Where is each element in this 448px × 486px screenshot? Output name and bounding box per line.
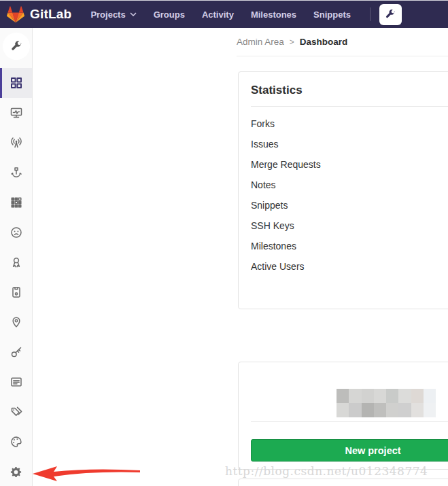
breadcrumb: Admin Area > Dashboard — [237, 28, 448, 56]
overview-icon — [10, 76, 23, 90]
statistics-title: Statistics — [251, 72, 448, 107]
sidebar-item-monitoring[interactable] — [0, 98, 32, 128]
statistics-panel: Statistics Forks Issues Merge Requests N… — [238, 71, 448, 309]
admin-area-button[interactable] — [379, 4, 402, 25]
abuse-reports-face-icon — [10, 226, 23, 239]
nav-item-projects[interactable]: Projects — [90, 10, 136, 20]
stat-row-milestones: Milestones — [251, 236, 448, 256]
sidebar-item-license[interactable] — [0, 277, 32, 307]
applications-icon — [10, 196, 23, 209]
projects-panel: New project — [238, 362, 448, 470]
stat-row-notes: Notes — [251, 175, 448, 195]
sidebar-item-spam-logs[interactable] — [0, 247, 32, 277]
breadcrumb-separator: > — [290, 37, 294, 47]
sidebar-item-appearance[interactable] — [0, 427, 32, 457]
bottom-panel-clipped — [238, 479, 448, 486]
nav-item-groups[interactable]: Groups — [154, 10, 185, 20]
labels-tags-icon — [10, 405, 23, 419]
stat-row-active-users: Active Users — [251, 256, 448, 277]
breadcrumb-dashboard: Dashboard — [300, 37, 348, 47]
watermark-text: http://blog.csdn.net/u012348774 — [225, 464, 428, 478]
wrench-icon — [385, 9, 396, 20]
messages-broadcast-icon — [10, 136, 23, 150]
sidebar-item-system-hooks[interactable] — [0, 158, 32, 188]
sidebar-item-messages[interactable] — [0, 128, 32, 158]
sidebar-item-deploy-keys[interactable] — [0, 337, 32, 367]
sidebar-item-service-templates[interactable] — [0, 367, 32, 397]
stat-row-merge-requests: Merge Requests — [251, 154, 448, 175]
nav-item-activity[interactable]: Activity — [202, 10, 234, 20]
sidebar-item-geo-nodes[interactable] — [0, 307, 32, 337]
stat-row-snippets: Snippets — [251, 195, 448, 215]
brand-title[interactable]: GitLab — [30, 7, 71, 22]
nav-item-projects-label: Projects — [90, 10, 125, 20]
stat-row-issues: Issues — [251, 134, 448, 154]
settings-gear-icon — [10, 466, 22, 479]
sidebar-item-labels[interactable] — [0, 397, 32, 427]
top-navigation-bar: GitLab Projects Groups Activity Mileston… — [0, 0, 448, 28]
sidebar-admin-wrench[interactable] — [3, 33, 30, 60]
stat-row-forks: Forks — [251, 114, 448, 134]
monitoring-icon — [10, 106, 23, 120]
sidebar-item-overview[interactable] — [0, 68, 32, 98]
panel-divider — [251, 421, 448, 422]
nav-item-milestones[interactable]: Milestones — [251, 10, 296, 20]
sidebar-item-applications[interactable] — [0, 188, 32, 218]
spam-logs-medal-icon — [10, 256, 23, 269]
deploy-keys-key-icon — [10, 345, 23, 359]
geo-nodes-pin-icon — [10, 315, 23, 329]
service-templates-list-icon — [10, 375, 23, 389]
license-card-icon — [10, 285, 23, 299]
top-nav-menu: Projects Groups Activity Milestones Snip… — [90, 10, 368, 20]
nav-item-snippets[interactable]: Snippets — [313, 10, 351, 20]
topbar-divider — [370, 7, 371, 21]
system-hooks-icon — [10, 166, 23, 179]
sidebar-item-abuse-reports[interactable] — [0, 218, 32, 247]
breadcrumb-admin-area[interactable]: Admin Area — [237, 37, 284, 47]
wrench-icon — [10, 40, 22, 52]
new-project-button[interactable]: New project — [251, 439, 448, 462]
red-annotation-arrow-icon — [27, 462, 143, 486]
chevron-down-icon — [130, 12, 137, 17]
censored-panel-title — [337, 389, 436, 417]
appearance-palette-icon — [10, 435, 23, 449]
admin-sidebar — [0, 28, 33, 486]
gitlab-tanuki-logo-icon[interactable] — [7, 6, 24, 23]
statistics-list: Forks Issues Merge Requests Notes Snippe… — [239, 107, 448, 283]
stat-row-ssh-keys: SSH Keys — [251, 215, 448, 236]
